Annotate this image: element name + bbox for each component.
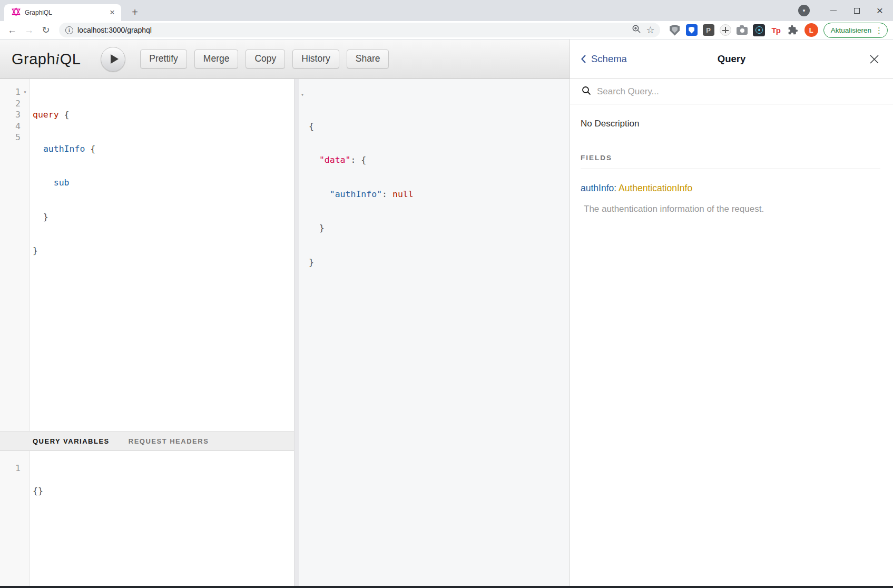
graphiql-main: GraphiQL Prettify Merge Copy History Sha… [0, 40, 570, 586]
browser-menu-circle-icon[interactable]: ▾ [798, 5, 810, 16]
window-maximize-button[interactable] [849, 3, 865, 18]
line-number: 1 [0, 86, 21, 98]
chevron-left-icon [581, 54, 586, 64]
camera-icon[interactable] [736, 24, 749, 36]
merge-button[interactable]: Merge [194, 50, 239, 68]
ublock-icon[interactable] [669, 24, 681, 36]
doc-back-link[interactable]: Schema [581, 53, 627, 65]
doc-search-row [570, 79, 893, 104]
play-icon [111, 54, 119, 64]
result-pane: ▾ { "data": { "authInfo": null } } [299, 79, 570, 586]
line-number: 1 [0, 463, 21, 474]
doc-back-label: Schema [591, 53, 627, 65]
zoom-icon[interactable] [632, 24, 641, 36]
browser-tab[interactable]: GraphiQL × [4, 4, 121, 21]
update-browser-button[interactable]: Aktualisieren ⋮ [823, 23, 888, 38]
extension-icons: P Tp [669, 24, 799, 36]
window-bottom-edge [0, 586, 893, 588]
field-description: The authentication information of the re… [584, 204, 880, 214]
line-number: 5 [0, 132, 21, 143]
copy-button[interactable]: Copy [246, 50, 285, 68]
url-text[interactable]: localhost:3000/graphql [77, 26, 627, 34]
doc-content: No Description FIELDS authInfo: Authenti… [570, 104, 893, 214]
prettify-button[interactable]: Prettify [140, 50, 187, 68]
extensions-puzzle-icon[interactable] [787, 24, 799, 36]
tp-extension-icon[interactable]: Tp [770, 24, 782, 36]
field-name-link[interactable]: authInfo [581, 183, 614, 193]
doc-explorer-header: Schema Query [570, 40, 893, 79]
graphiql-toolbar: GraphiQL Prettify Merge Copy History Sha… [0, 40, 570, 79]
type-name-link[interactable]: AuthenticationInfo [619, 183, 692, 193]
editor-resize-handle[interactable] [294, 79, 299, 586]
variables-code[interactable]: {} [30, 451, 294, 586]
tab-title: GraphiQL [25, 9, 107, 16]
site-info-icon[interactable]: i [65, 26, 73, 34]
forward-icon[interactable]: → [22, 25, 36, 36]
result-line: { [309, 121, 570, 132]
profile-avatar[interactable]: L [804, 23, 818, 37]
code-line: {} [33, 485, 294, 497]
code-line: authInfo { [33, 143, 294, 155]
bitwarden-icon[interactable] [685, 24, 698, 36]
type-description: No Description [581, 119, 880, 129]
variables-header: QUERY VARIABLES REQUEST HEADERS [0, 431, 294, 451]
graphql-favicon-icon [12, 7, 21, 18]
line-number-gutter: 1 [0, 451, 30, 586]
variables-editor[interactable]: 1 {} [0, 451, 294, 586]
graphiql-logo: GraphiQL [12, 51, 81, 68]
line-number: 4 [0, 121, 21, 132]
query-editor[interactable]: 1▾ 2 3 4 5 query { authInfo { sub } } [0, 79, 294, 431]
p-extension-icon[interactable]: P [702, 24, 715, 36]
history-button[interactable]: History [292, 50, 339, 68]
result-line: "authInfo": null [309, 189, 570, 200]
new-tab-button[interactable]: + [129, 6, 141, 19]
tab-close-icon[interactable]: × [107, 8, 117, 17]
window-close-button[interactable]: × [872, 3, 888, 18]
line-number: 2 [0, 98, 21, 110]
move-extension-icon[interactable] [719, 24, 732, 36]
tab-request-headers[interactable]: REQUEST HEADERS [129, 437, 209, 445]
code-line: } [33, 245, 294, 257]
back-icon[interactable]: ← [5, 25, 19, 36]
fold-arrow-icon[interactable]: ▾ [301, 89, 304, 101]
fields-category-title: FIELDS [581, 154, 880, 169]
browser-navbar: ← → ↻ i localhost:3000/graphql ☆ P Tp [0, 21, 893, 40]
line-number: 3 [0, 109, 21, 121]
doc-search-input[interactable] [597, 86, 893, 97]
tab-query-variables[interactable]: QUERY VARIABLES [33, 437, 110, 445]
line-number-gutter: 1▾ 2 3 4 5 [0, 79, 30, 431]
reload-icon[interactable]: ↻ [39, 24, 53, 36]
result-line: } [309, 222, 570, 234]
code-line: query { [33, 109, 294, 121]
field-row: authInfo: AuthenticationInfo [581, 183, 880, 194]
code-line: } [33, 211, 294, 223]
update-label: Aktualisieren [831, 26, 871, 34]
share-button[interactable]: Share [347, 50, 389, 68]
doc-title: Query [718, 53, 745, 65]
bookmark-star-icon[interactable]: ☆ [646, 24, 655, 36]
react-devtools-icon[interactable] [753, 24, 766, 36]
doc-close-icon[interactable] [869, 54, 879, 64]
browser-tab-strip: GraphiQL × + ▾ × [0, 0, 893, 21]
window-minimize-button[interactable] [826, 3, 841, 18]
fold-arrow-icon[interactable]: ▾ [21, 86, 30, 98]
kebab-menu-icon[interactable]: ⋮ [875, 26, 883, 34]
query-pane: 1▾ 2 3 4 5 query { authInfo { sub } } [0, 79, 294, 586]
graphiql-page: GraphiQL Prettify Merge Copy History Sha… [0, 40, 893, 586]
execute-button[interactable] [101, 47, 125, 72]
query-code[interactable]: query { authInfo { sub } } [30, 79, 294, 431]
search-icon [582, 86, 591, 97]
address-bar[interactable]: i localhost:3000/graphql ☆ [59, 23, 660, 37]
code-line: sub [33, 177, 294, 189]
doc-explorer: Schema Query No Description FIELDS [570, 40, 893, 586]
result-line: "data": { [309, 154, 570, 166]
result-line: } [309, 257, 570, 268]
